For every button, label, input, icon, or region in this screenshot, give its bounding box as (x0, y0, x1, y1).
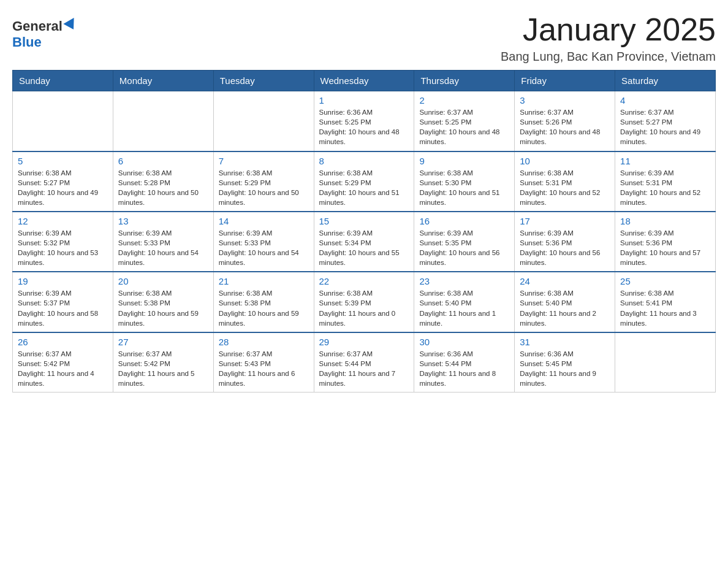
day-info: Sunrise: 6:39 AMSunset: 5:36 PMDaylight:… (520, 228, 610, 267)
calendar-cell: 12Sunrise: 6:39 AMSunset: 5:32 PMDayligh… (13, 212, 113, 272)
calendar-cell: 5Sunrise: 6:38 AMSunset: 5:27 PMDaylight… (13, 151, 113, 212)
calendar-cell: 8Sunrise: 6:38 AMSunset: 5:29 PMDaylight… (314, 151, 414, 212)
calendar-header-row: SundayMondayTuesdayWednesdayThursdayFrid… (13, 71, 716, 91)
day-number: 31 (520, 337, 610, 347)
calendar-cell (213, 91, 314, 151)
day-info: Sunrise: 6:36 AMSunset: 5:44 PMDaylight:… (419, 349, 509, 388)
day-number: 23 (419, 276, 509, 286)
day-info: Sunrise: 6:37 AMSunset: 5:42 PMDaylight:… (18, 349, 108, 388)
calendar-cell: 20Sunrise: 6:38 AMSunset: 5:38 PMDayligh… (113, 272, 213, 332)
day-info: Sunrise: 6:38 AMSunset: 5:40 PMDaylight:… (419, 288, 509, 327)
subtitle: Bang Lung, Bac Kan Province, Vietnam (501, 50, 716, 64)
day-info: Sunrise: 6:38 AMSunset: 5:39 PMDaylight:… (319, 288, 409, 327)
day-info: Sunrise: 6:38 AMSunset: 5:38 PMDaylight:… (219, 288, 309, 327)
day-info: Sunrise: 6:39 AMSunset: 5:33 PMDaylight:… (118, 228, 208, 267)
day-number: 18 (620, 216, 710, 226)
calendar-cell: 3Sunrise: 6:37 AMSunset: 5:26 PMDaylight… (515, 91, 615, 151)
logo-blue-text: Blue (12, 34, 77, 50)
day-number: 19 (18, 276, 108, 286)
day-info: Sunrise: 6:37 AMSunset: 5:26 PMDaylight:… (520, 107, 610, 147)
day-number: 1 (319, 95, 409, 105)
calendar-cell: 26Sunrise: 6:37 AMSunset: 5:42 PMDayligh… (13, 332, 113, 393)
calendar-week-row: 26Sunrise: 6:37 AMSunset: 5:42 PMDayligh… (13, 332, 716, 393)
day-number: 14 (219, 216, 309, 226)
day-number: 12 (18, 216, 108, 226)
calendar-cell: 7Sunrise: 6:38 AMSunset: 5:29 PMDaylight… (213, 151, 314, 212)
calendar-cell: 9Sunrise: 6:38 AMSunset: 5:30 PMDaylight… (414, 151, 515, 212)
day-number: 8 (319, 156, 409, 166)
day-info: Sunrise: 6:38 AMSunset: 5:29 PMDaylight:… (219, 168, 309, 207)
logo: General Blue (12, 12, 77, 50)
calendar-cell: 21Sunrise: 6:38 AMSunset: 5:38 PMDayligh… (213, 272, 314, 332)
day-info: Sunrise: 6:38 AMSunset: 5:38 PMDaylight:… (118, 288, 208, 327)
title-area: January 2025 Bang Lung, Bac Kan Province… (501, 12, 716, 64)
day-of-week-header: Monday (113, 71, 213, 91)
calendar-week-row: 12Sunrise: 6:39 AMSunset: 5:32 PMDayligh… (13, 212, 716, 272)
day-of-week-header: Friday (515, 71, 615, 91)
day-number: 7 (219, 156, 309, 166)
calendar-cell: 30Sunrise: 6:36 AMSunset: 5:44 PMDayligh… (414, 332, 515, 393)
day-info: Sunrise: 6:39 AMSunset: 5:32 PMDaylight:… (18, 228, 108, 267)
day-number: 11 (620, 156, 710, 166)
calendar-cell: 14Sunrise: 6:39 AMSunset: 5:33 PMDayligh… (213, 212, 314, 272)
calendar-cell: 11Sunrise: 6:39 AMSunset: 5:31 PMDayligh… (615, 151, 716, 212)
calendar-cell: 29Sunrise: 6:37 AMSunset: 5:44 PMDayligh… (314, 332, 414, 393)
day-number: 9 (419, 156, 509, 166)
calendar-cell: 16Sunrise: 6:39 AMSunset: 5:35 PMDayligh… (414, 212, 515, 272)
day-info: Sunrise: 6:38 AMSunset: 5:31 PMDaylight:… (520, 168, 610, 207)
calendar-cell: 24Sunrise: 6:38 AMSunset: 5:40 PMDayligh… (515, 272, 615, 332)
calendar-cell: 13Sunrise: 6:39 AMSunset: 5:33 PMDayligh… (113, 212, 213, 272)
day-number: 26 (18, 337, 108, 347)
day-info: Sunrise: 6:38 AMSunset: 5:28 PMDaylight:… (118, 168, 208, 207)
calendar-cell: 6Sunrise: 6:38 AMSunset: 5:28 PMDaylight… (113, 151, 213, 212)
calendar-cell: 2Sunrise: 6:37 AMSunset: 5:25 PMDaylight… (414, 91, 515, 151)
day-of-week-header: Tuesday (213, 71, 314, 91)
calendar-cell: 19Sunrise: 6:39 AMSunset: 5:37 PMDayligh… (13, 272, 113, 332)
calendar-week-row: 1Sunrise: 6:36 AMSunset: 5:25 PMDaylight… (13, 91, 716, 151)
calendar-cell (113, 91, 213, 151)
day-number: 24 (520, 276, 610, 286)
day-info: Sunrise: 6:38 AMSunset: 5:40 PMDaylight:… (520, 288, 610, 327)
calendar-cell (13, 91, 113, 151)
day-number: 2 (419, 95, 509, 105)
calendar-cell: 27Sunrise: 6:37 AMSunset: 5:42 PMDayligh… (113, 332, 213, 393)
day-number: 15 (319, 216, 409, 226)
calendar-cell: 25Sunrise: 6:38 AMSunset: 5:41 PMDayligh… (615, 272, 716, 332)
header: General Blue January 2025 Bang Lung, Bac… (12, 12, 716, 64)
calendar-table: SundayMondayTuesdayWednesdayThursdayFrid… (12, 70, 716, 393)
day-info: Sunrise: 6:39 AMSunset: 5:36 PMDaylight:… (620, 228, 710, 267)
day-number: 5 (18, 156, 108, 166)
calendar-cell: 4Sunrise: 6:37 AMSunset: 5:27 PMDaylight… (615, 91, 716, 151)
main-title: January 2025 (501, 12, 716, 47)
day-of-week-header: Saturday (615, 71, 716, 91)
calendar-cell: 31Sunrise: 6:36 AMSunset: 5:45 PMDayligh… (515, 332, 615, 393)
day-number: 30 (419, 337, 509, 347)
day-info: Sunrise: 6:38 AMSunset: 5:27 PMDaylight:… (18, 168, 108, 207)
day-number: 10 (520, 156, 610, 166)
day-number: 6 (118, 156, 208, 166)
day-info: Sunrise: 6:37 AMSunset: 5:42 PMDaylight:… (118, 349, 208, 388)
day-info: Sunrise: 6:38 AMSunset: 5:29 PMDaylight:… (319, 168, 409, 207)
day-number: 3 (520, 95, 610, 105)
calendar-week-row: 19Sunrise: 6:39 AMSunset: 5:37 PMDayligh… (13, 272, 716, 332)
day-number: 20 (118, 276, 208, 286)
day-number: 17 (520, 216, 610, 226)
day-of-week-header: Sunday (13, 71, 113, 91)
day-info: Sunrise: 6:37 AMSunset: 5:25 PMDaylight:… (419, 107, 509, 147)
calendar-cell: 17Sunrise: 6:39 AMSunset: 5:36 PMDayligh… (515, 212, 615, 272)
day-info: Sunrise: 6:39 AMSunset: 5:35 PMDaylight:… (419, 228, 509, 267)
day-info: Sunrise: 6:39 AMSunset: 5:31 PMDaylight:… (620, 168, 710, 207)
day-number: 22 (319, 276, 409, 286)
day-number: 16 (419, 216, 509, 226)
day-info: Sunrise: 6:39 AMSunset: 5:34 PMDaylight:… (319, 228, 409, 267)
day-of-week-header: Thursday (414, 71, 515, 91)
day-info: Sunrise: 6:39 AMSunset: 5:37 PMDaylight:… (18, 288, 108, 327)
day-info: Sunrise: 6:36 AMSunset: 5:45 PMDaylight:… (520, 349, 610, 388)
calendar-cell: 18Sunrise: 6:39 AMSunset: 5:36 PMDayligh… (615, 212, 716, 272)
day-number: 29 (319, 337, 409, 347)
day-info: Sunrise: 6:37 AMSunset: 5:44 PMDaylight:… (319, 349, 409, 388)
day-info: Sunrise: 6:39 AMSunset: 5:33 PMDaylight:… (219, 228, 309, 267)
calendar-cell: 1Sunrise: 6:36 AMSunset: 5:25 PMDaylight… (314, 91, 414, 151)
day-number: 21 (219, 276, 309, 286)
day-info: Sunrise: 6:38 AMSunset: 5:30 PMDaylight:… (419, 168, 509, 207)
